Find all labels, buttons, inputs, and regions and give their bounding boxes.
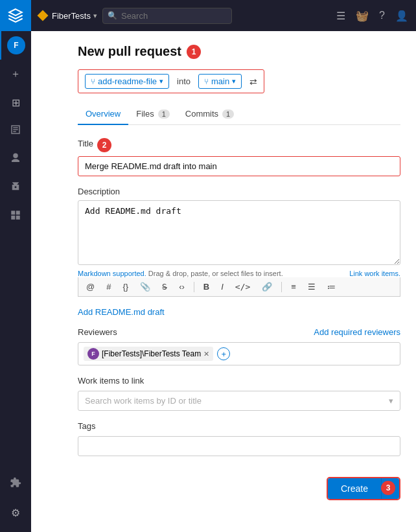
sidebar-item-settings[interactable]: ⚙ — [0, 498, 31, 527]
toolbar-list-ul-btn[interactable]: ☰ — [305, 281, 318, 293]
description-label: Description — [78, 187, 400, 196]
plus-icon: ＋ — [10, 67, 21, 81]
search-icon: 🔍 — [108, 11, 117, 20]
branch-bar: ⑂ add-readme-file ▾ into ⑂ main ▾ ⇄ — [78, 69, 264, 93]
reviewers-box[interactable]: F [FiberTests]\FiberTests Team ✕ + — [78, 342, 400, 365]
search-wrapper: 🔍 — [102, 8, 232, 24]
sidebar-item-testplans[interactable] — [0, 174, 31, 202]
source-branch-selector[interactable]: ⑂ add-readme-file ▾ — [85, 74, 169, 89]
sidebar-item-artifacts[interactable] — [0, 202, 31, 231]
user-icon[interactable]: 👤 — [395, 10, 408, 22]
toolbar-attach-btn[interactable]: 📎 — [137, 281, 153, 293]
swap-branches-icon[interactable]: ⇄ — [249, 76, 257, 87]
main-content: New pull request 1 ⑂ add-readme-file ▾ i… — [62, 31, 416, 532]
add-reviewer-btn[interactable]: + — [217, 347, 230, 360]
create-button[interactable]: Create — [328, 478, 381, 499]
tags-label: Tags — [78, 421, 400, 431]
tags-input[interactable] — [78, 436, 400, 456]
title-section: Title 2 — [78, 138, 400, 176]
title-label: Title — [78, 139, 93, 148]
topbar-actions: ☰ 🧺 ? 👤 — [336, 10, 408, 22]
toolbar-mention-btn[interactable]: {} — [120, 281, 131, 293]
svg-rect-0 — [11, 211, 15, 214]
toolbar-italic-btn[interactable]: I — [218, 281, 226, 293]
sidebar-item-pipelines[interactable] — [0, 145, 31, 174]
target-branch-chevron: ▾ — [232, 77, 236, 86]
source-branch-chevron: ▾ — [159, 77, 163, 86]
repos-icon — [10, 124, 21, 138]
add-required-reviewers-link[interactable]: Add required reviewers — [314, 327, 400, 337]
project-selector[interactable]: FiberTests ▾ — [39, 11, 97, 21]
work-items-label: Work items to link — [78, 376, 400, 386]
toolbar-hash-btn[interactable]: # — [104, 281, 113, 293]
toolbar-chevron-btn[interactable]: ‹› — [176, 281, 187, 293]
reviewer-remove-btn[interactable]: ✕ — [203, 350, 209, 358]
branch-icon-source: ⑂ — [91, 77, 95, 86]
tab-files[interactable]: Files 1 — [128, 104, 178, 125]
markdown-note: Markdown supported. Drag & drop, paste, … — [78, 270, 400, 277]
tab-files-badge: 1 — [158, 110, 170, 119]
work-items-placeholder: Search work items by ID or title — [85, 396, 202, 406]
toolbar-link-btn[interactable]: 🔗 — [259, 281, 275, 293]
page-title-row: New pull request 1 — [78, 44, 400, 59]
target-branch-selector[interactable]: ⑂ main ▾ — [198, 74, 242, 89]
sidebar-item-add[interactable]: ＋ — [0, 60, 31, 88]
toolbar-align-btn[interactable]: ≡ — [288, 281, 299, 293]
toolbar-strikethrough-btn[interactable]: S̶ — [159, 281, 170, 293]
notifications-icon[interactable]: ☰ — [336, 10, 345, 22]
tab-commits-label: Commits — [185, 109, 218, 119]
project-name: FiberTests — [52, 11, 91, 21]
project-chevron-icon: ▾ — [93, 12, 97, 20]
toolbar-code-btn[interactable]: </> — [233, 281, 253, 293]
markdown-note-suffix: Drag & drop, paste, or select files to i… — [148, 270, 283, 277]
pipelines-icon — [10, 152, 21, 167]
search-input[interactable] — [102, 8, 232, 24]
toolbar-at-btn[interactable]: @ — [84, 281, 97, 293]
title-input[interactable] — [78, 156, 400, 176]
user-avatar: F — [7, 36, 25, 54]
tab-commits[interactable]: Commits 1 — [178, 104, 242, 125]
boards-icon: ⊞ — [12, 97, 20, 109]
tab-files-label: Files — [136, 109, 154, 119]
reviewers-label: Reviewers — [78, 327, 117, 337]
topbar: FiberTests ▾ 🔍 ☰ 🧺 ? 👤 — [31, 0, 416, 31]
reviewers-section: Reviewers Add required reviewers F [Fibe… — [78, 327, 400, 365]
description-section: Description Add README.md draft Markdown… — [78, 187, 400, 297]
help-icon[interactable]: ? — [379, 10, 385, 21]
description-toolbar: @ # {} 📎 S̶ ‹› B I </> 🔗 ≡ ☰ ≔ — [78, 277, 400, 297]
tabs-bar: Overview Files 1 Commits 1 — [78, 104, 400, 125]
app-logo[interactable] — [0, 0, 31, 31]
annotation-1: 1 — [187, 45, 201, 59]
toolbar-bold-btn[interactable]: B — [201, 281, 212, 293]
settings-icon: ⚙ — [11, 507, 20, 519]
sidebar-item-boards[interactable]: ⊞ — [0, 88, 31, 117]
project-diamond-icon — [38, 10, 49, 21]
sidebar-item-repos[interactable] — [0, 117, 31, 145]
work-items-chevron-icon: ▾ — [389, 396, 393, 406]
markdown-note-left: Markdown supported. Drag & drop, paste, … — [78, 270, 283, 277]
link-work-items-link[interactable]: Link work items. — [349, 270, 400, 277]
tab-commits-badge: 1 — [222, 110, 234, 119]
sidebar-item-overview[interactable]: F — [0, 31, 31, 60]
target-branch-name: main — [211, 76, 229, 86]
work-items-selector[interactable]: Search work items by ID or title ▾ — [78, 391, 400, 411]
sidebar-item-extensions[interactable] — [0, 470, 31, 498]
create-bar: Create ▾ 3 — [78, 477, 400, 500]
reviewer-tag: F [FiberTests]\FiberTests Team ✕ — [84, 347, 213, 361]
toolbar-list-ol-btn[interactable]: ≔ — [325, 281, 338, 293]
link-work-items-note: Link work items. — [349, 270, 400, 277]
reviewer-name: [FiberTests]\FiberTests Team — [102, 349, 201, 358]
sidebar: F ＋ ⊞ — [0, 0, 31, 532]
annotation-2: 2 — [97, 138, 111, 152]
artifacts-icon — [10, 209, 21, 224]
svg-rect-1 — [16, 211, 20, 214]
basket-icon[interactable]: 🧺 — [356, 10, 369, 22]
tab-overview[interactable]: Overview — [78, 104, 128, 125]
annotation-3: 3 — [381, 481, 395, 495]
reviewer-avatar: F — [87, 348, 99, 360]
description-textarea[interactable]: Add README.md draft — [78, 200, 400, 265]
draft-link[interactable]: Add README.md draft — [78, 307, 400, 317]
branch-icon-target: ⑂ — [204, 77, 209, 86]
page-title-text: New pull request — [78, 44, 181, 59]
markdown-link[interactable]: Markdown supported. — [78, 270, 146, 277]
